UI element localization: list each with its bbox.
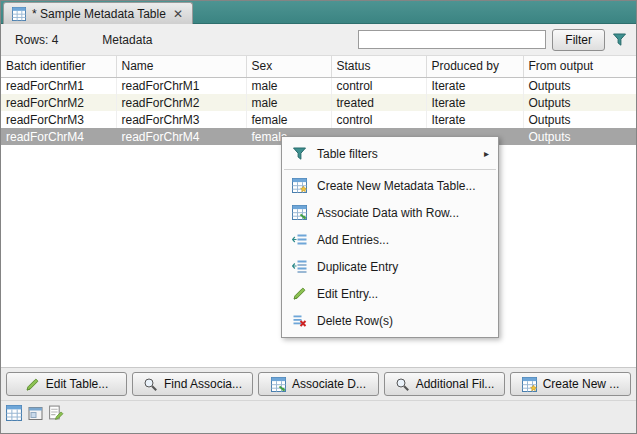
find-associated-data-button[interactable]: Find Associa... (132, 372, 253, 396)
create-new-button[interactable]: Create New ... (510, 372, 631, 396)
table-cell[interactable]: Iterate (426, 94, 523, 111)
table-cell[interactable]: control (331, 77, 426, 94)
column-header-sex[interactable]: Sex (246, 56, 331, 77)
column-header-name[interactable]: Name (116, 56, 246, 77)
table-cell[interactable]: Outputs (523, 94, 636, 111)
table-cell[interactable]: readForChrM1 (116, 77, 246, 94)
status-bar (1, 400, 636, 433)
table-row[interactable]: readForChrM3 readForChrM3 female control… (1, 111, 636, 128)
associate-data-icon (291, 204, 308, 221)
new-table-icon (522, 377, 537, 392)
notes-edit-icon[interactable] (47, 404, 65, 422)
table-cell[interactable]: Outputs (523, 128, 636, 145)
table-cell[interactable]: treated (331, 94, 426, 111)
table-cell[interactable]: Outputs (523, 77, 636, 94)
additional-filtering-button[interactable]: Additional Fil... (384, 372, 505, 396)
view-label: Metadata (102, 33, 152, 47)
menu-separator (284, 169, 496, 170)
tab-sample-metadata-table[interactable]: * Sample Metadata Table ✕ (3, 2, 193, 24)
table-cell[interactable]: readForChrM3 (116, 111, 246, 128)
table-cell[interactable]: Iterate (426, 111, 523, 128)
column-header-batch-identifier[interactable]: Batch identifier (1, 56, 116, 77)
table-row[interactable]: readForChrM2 readForChrM2 male treated I… (1, 94, 636, 111)
tab-strip: * Sample Metadata Table ✕ (1, 1, 636, 24)
menu-item-add-entries[interactable]: Add Entries... (282, 226, 498, 253)
menu-item-create-new-metadata-table[interactable]: Create New Metadata Table... (282, 172, 498, 199)
table-cell[interactable]: control (331, 111, 426, 128)
duplicate-entry-icon (291, 258, 308, 275)
table-toolbar: Rows: 4 Metadata Filter (1, 24, 636, 56)
table-cell[interactable]: male (246, 94, 331, 111)
menu-item-delete-rows[interactable]: Delete Row(s) (282, 307, 498, 334)
close-icon[interactable]: ✕ (172, 8, 184, 20)
delete-rows-icon (291, 312, 308, 329)
metadata-table-window: * Sample Metadata Table ✕ Rows: 4 Metada… (0, 0, 637, 434)
table-cell[interactable]: Iterate (426, 77, 523, 94)
table-cell[interactable]: readForChrM3 (1, 111, 116, 128)
table-row[interactable]: readForChrM1 readForChrM1 male control I… (1, 77, 636, 94)
menu-item-associate-data-with-row[interactable]: Associate Data with Row... (282, 199, 498, 226)
menu-item-edit-entry[interactable]: Edit Entry... (282, 280, 498, 307)
table-cell[interactable]: female (246, 111, 331, 128)
table-icon (12, 7, 26, 21)
advanced-filter-toggle-icon[interactable] (612, 32, 628, 48)
column-header-from-output[interactable]: From output (523, 56, 636, 77)
table-cell[interactable]: readForChrM4 (1, 128, 116, 145)
table-cell[interactable]: male (246, 77, 331, 94)
filter-button[interactable]: Filter (552, 29, 605, 51)
edit-pencil-icon (291, 285, 308, 302)
edit-table-button[interactable]: Edit Table... (6, 372, 127, 396)
window-view-icon[interactable] (26, 404, 44, 422)
table-view-icon[interactable] (5, 404, 23, 422)
column-header-produced-by[interactable]: Produced by (426, 56, 523, 77)
menu-item-table-filters[interactable]: Table filters ▸ (282, 140, 498, 167)
footer-button-bar: Edit Table... Find Associa... Associate … (1, 367, 636, 400)
menu-item-duplicate-entry[interactable]: Duplicate Entry (282, 253, 498, 280)
context-menu: Table filters ▸ Create New Metadata Tabl… (281, 136, 499, 338)
associate-data-icon (271, 377, 286, 392)
table-cell[interactable]: readForChrM4 (116, 128, 246, 145)
filter-input[interactable] (358, 30, 546, 49)
table-cell[interactable]: Outputs (523, 111, 636, 128)
associate-data-button[interactable]: Associate D... (258, 372, 379, 396)
column-header-status[interactable]: Status (331, 56, 426, 77)
table-cell[interactable]: readForChrM2 (1, 94, 116, 111)
magnifier-icon (395, 377, 410, 392)
rows-count: Rows: 4 (15, 33, 58, 47)
filter-icon (291, 145, 308, 162)
submenu-arrow-icon: ▸ (484, 148, 489, 159)
tab-title: * Sample Metadata Table (32, 7, 166, 21)
table-header-row: Batch identifier Name Sex Status Produce… (1, 56, 636, 77)
magnifier-icon (143, 377, 158, 392)
edit-pencil-icon (25, 377, 40, 392)
new-table-icon (291, 177, 308, 194)
table-cell[interactable]: readForChrM1 (1, 77, 116, 94)
table-cell[interactable]: readForChrM2 (116, 94, 246, 111)
add-entries-icon (291, 231, 308, 248)
